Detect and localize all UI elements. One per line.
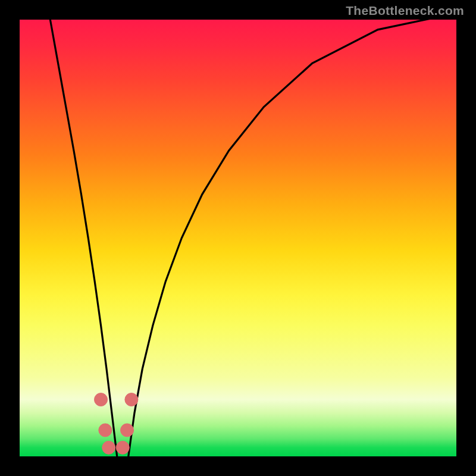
plot-area (20, 20, 456, 456)
data-marker (121, 424, 134, 437)
chart-frame: TheBottleneck.com (0, 0, 476, 476)
data-marker (102, 441, 115, 454)
data-marker (125, 393, 138, 406)
curve-left-branch (50, 20, 117, 456)
data-marker (116, 441, 129, 454)
watermark-text: TheBottleneck.com (346, 4, 464, 18)
chart-svg (20, 20, 456, 456)
data-marker (95, 393, 108, 406)
data-marker (99, 424, 112, 437)
curve-group (50, 20, 456, 456)
curve-right-branch (129, 20, 456, 456)
